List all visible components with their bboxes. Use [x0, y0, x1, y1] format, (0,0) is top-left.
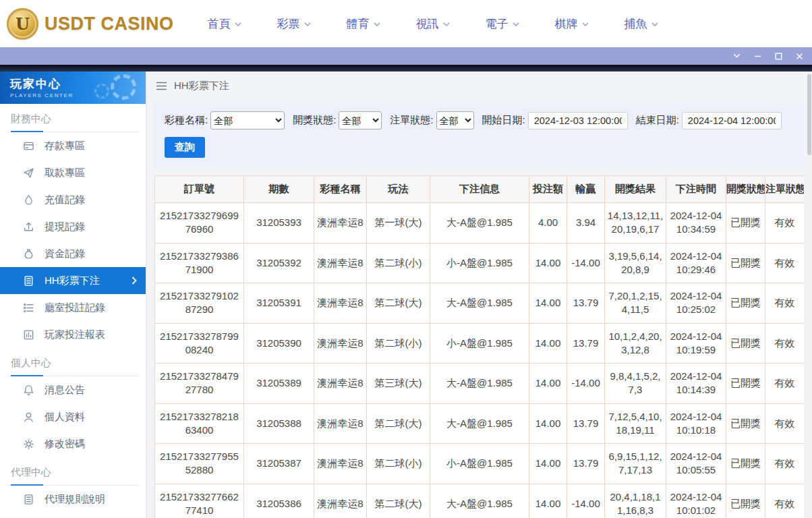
bell-icon	[23, 384, 34, 396]
table-row: 215217332782186340031205388澳洲幸运8第二球(大)大-…	[155, 403, 805, 444]
gear-icon	[23, 438, 34, 450]
chevron-down-icon	[304, 22, 311, 26]
table-cell: 有效	[765, 444, 805, 484]
column-header: 投注額	[529, 176, 567, 203]
chevron-right-icon	[132, 277, 137, 285]
table-cell: 已開獎	[726, 283, 765, 324]
sidebar-item-label: HH彩票下注	[45, 275, 100, 287]
table-cell: 澳洲幸运8	[314, 444, 367, 484]
sidebar-item-0-1[interactable]: 取款專區	[0, 159, 146, 186]
table-cell: 已開獎	[726, 243, 765, 283]
table-cell: 小-A盤@1.985	[430, 243, 529, 283]
table-cell: 有效	[765, 403, 805, 444]
end-date-label: 結束日期:	[636, 114, 679, 127]
draw-status-select[interactable]: 全部	[339, 111, 382, 130]
sidebar-item-0-0[interactable]: 存款專區	[0, 132, 146, 159]
nav-item-3[interactable]: 體育	[347, 16, 380, 32]
sidebar-item-label: 代理規則說明	[45, 493, 105, 506]
nav-item-label: 視訊	[416, 16, 439, 32]
sidebar-item-label: 消息公告	[45, 384, 85, 397]
sidebar-item-1-0[interactable]: 消息公告	[0, 376, 146, 403]
table-cell: 有效	[765, 323, 805, 364]
table-cell: 有效	[765, 243, 805, 283]
sidebar-item-1-1[interactable]: 個人資料	[0, 403, 146, 430]
sidebar: 玩家中心 PLAYERS CENTER 財務中心存款專區取款專區充值記錄提現記錄…	[0, 71, 146, 518]
nav-item-label: 電子	[486, 16, 509, 32]
table-row: 215217332791028729031205391澳洲幸运8第二球(大)大-…	[155, 283, 805, 324]
table-cell: 澳洲幸运8	[314, 484, 367, 518]
nav-item-5[interactable]: 電子	[486, 16, 519, 32]
nav-item-4[interactable]: 視訊	[416, 16, 450, 32]
table-cell: 有效	[765, 203, 805, 243]
column-header: 開獎狀態	[726, 176, 765, 203]
table-cell: 已開獎	[726, 403, 765, 444]
table-cell: 6,9,15,1,12,7,17,13	[605, 444, 666, 484]
lottery-bet-icon	[23, 275, 34, 287]
sidebar-item-label: 提現記錄	[45, 221, 85, 233]
nav-item-7[interactable]: 捕魚	[625, 16, 658, 32]
sidebar-item-0-2[interactable]: 充值記錄	[0, 186, 146, 213]
table-cell: -14.00	[567, 243, 605, 283]
table-cell: 大-A盤@1.985	[430, 203, 529, 243]
close-icon[interactable]	[795, 52, 804, 61]
column-header: 注單狀態	[765, 176, 805, 203]
scrollbar-thumb[interactable]	[807, 74, 811, 155]
site-logo[interactable]: U USDT CASINO	[7, 8, 174, 40]
window-title-bar	[0, 47, 812, 65]
vertical-scrollbar[interactable]	[807, 71, 812, 518]
table-cell: 2024-12-04 10:05:55	[666, 444, 726, 484]
table-cell: 2024-12-04 10:29:46	[666, 243, 726, 283]
lottery-name-select[interactable]: 全部	[210, 111, 285, 130]
table-cell: 2152173327847927780	[155, 364, 244, 404]
sidebar-item-0-7[interactable]: 玩家投注報表	[0, 321, 146, 348]
table-cell: 9,8,4,1,5,2,7,3	[605, 364, 666, 404]
nav-item-1[interactable]: 首頁	[208, 16, 241, 32]
start-date-input[interactable]	[528, 112, 628, 130]
table-cell: 有效	[765, 364, 805, 404]
table-cell: 2024-12-04 10:14:39	[666, 364, 726, 404]
nav-item-6[interactable]: 棋牌	[555, 16, 589, 32]
maximize-icon[interactable]	[774, 52, 783, 61]
table-cell: 澳洲幸运8	[314, 403, 367, 444]
sidebar-section-title-0: 財務中心	[7, 104, 139, 132]
sidebar-item-0-3[interactable]: 提現記錄	[0, 213, 146, 240]
column-header: 輸贏	[567, 176, 605, 203]
column-header: 期數	[244, 176, 314, 203]
collapse-chevron-icon[interactable]	[732, 52, 741, 61]
column-header: 彩種名稱	[314, 176, 367, 203]
minimize-icon[interactable]	[753, 52, 762, 61]
sidebar-item-0-5[interactable]: HH彩票下注	[0, 267, 146, 294]
chevron-down-icon	[513, 22, 519, 26]
search-button[interactable]: 查詢	[165, 137, 205, 158]
table-cell: 31205392	[244, 243, 314, 283]
sidebar-menu: 財務中心存款專區取款專區充值記錄提現記錄資金記錄HH彩票下注廳室投註記錄玩家投注…	[0, 104, 146, 513]
end-date-input[interactable]	[682, 112, 782, 130]
column-header: 玩法	[367, 176, 430, 203]
table-cell: 第二球(小)	[367, 444, 430, 484]
sidebar-item-0-6[interactable]: 廳室投註記錄	[0, 294, 146, 321]
document-icon	[23, 494, 34, 505]
table-cell: 大-A盤@1.985	[430, 283, 529, 324]
draw-status-label: 開獎狀態:	[293, 114, 336, 127]
order-status-select[interactable]: 全部	[436, 111, 474, 130]
sidebar-section-title-2: 代理中心	[7, 457, 139, 486]
table-cell: 13.79	[567, 283, 605, 324]
table-cell: 14.00	[529, 243, 567, 283]
sidebar-item-1-2[interactable]: 修改密碼	[0, 430, 146, 457]
logo-text: USDT CASINO	[45, 13, 174, 34]
table-cell: 31205388	[244, 403, 314, 444]
hamburger-icon[interactable]	[156, 82, 167, 90]
table-cell: 已開獎	[726, 203, 765, 243]
sidebar-item-2-0[interactable]: 代理規則說明	[0, 486, 146, 513]
chevron-down-icon	[374, 22, 380, 26]
table-row: 215217332793867190031205392澳洲幸运8第二球(小)小-…	[155, 243, 805, 283]
table-cell: 澳洲幸运8	[314, 283, 367, 324]
nav-item-label: 體育	[347, 16, 370, 32]
table-cell: 20,4,1,18,11,16,8,3	[605, 484, 666, 518]
table-cell: 2152173327766277410	[155, 484, 244, 518]
nav-item-2[interactable]: 彩票	[277, 16, 311, 32]
sidebar-item-0-4[interactable]: 資金記錄	[0, 240, 146, 267]
table-cell: 已開獎	[726, 444, 765, 484]
sidebar-item-label: 存款專區	[45, 140, 85, 152]
chevron-down-icon	[235, 22, 241, 26]
